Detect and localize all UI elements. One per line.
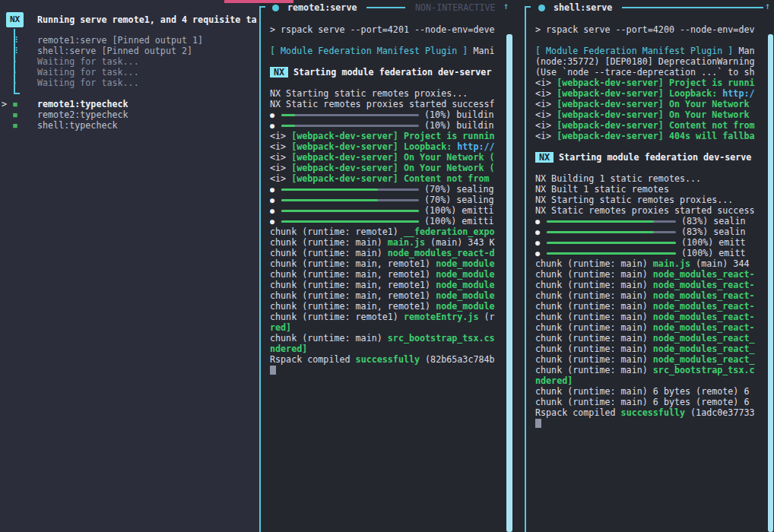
- terminal-text-segment: Man: [733, 46, 754, 56]
- terminal-line: [270, 365, 497, 375]
- terminal-text-segment: [webpack-dev-server] Loopback:: [557, 88, 722, 99]
- terminal-line: ●(10%) buildin: [270, 120, 497, 131]
- terminal-line: NXStarting module federation dev-serve: [535, 152, 766, 163]
- scroll-up-arrow-icon[interactable]: ↑: [765, 1, 770, 11]
- terminal-line: chunk (runtime: main) node_modules_react…: [535, 280, 766, 290]
- progress-bar-fill: [547, 220, 654, 223]
- terminal-text-segment: chunk (runtime: main): [535, 290, 653, 301]
- task-row[interactable]: ⠸shell:serve [Pinned output 2]: [0, 46, 259, 56]
- terminal-text-segment: node_module: [436, 269, 494, 280]
- terminal-line: NX Building 1 static remotes...: [535, 173, 766, 184]
- terminal-line: chunk (runtime: main) 6 bytes (remote) 6: [535, 397, 766, 407]
- terminal-cursor: [270, 366, 276, 375]
- terminal-text-segment: chunk (runtime: main) 6 bytes (remote) 6: [535, 397, 749, 407]
- terminal-line: <i> [webpack-dev-server] Project is runn…: [535, 78, 766, 88]
- dot-status-icon: ·: [9, 56, 21, 67]
- nx-logo-badge: NX: [6, 12, 24, 27]
- terminal-line: chunk (runtime: main) src_bootstrap_tsx.…: [270, 333, 497, 344]
- task-row[interactable]: >■remote1:typecheck: [0, 99, 259, 109]
- terminal-text-segment: node_modules_react-: [653, 290, 755, 301]
- progress-bullet-icon: ●: [270, 111, 274, 119]
- terminal-text-segment: node_modules_react-: [653, 322, 755, 333]
- non-interactive-label: NON-INTERACTIVE: [415, 2, 496, 13]
- terminal-text-segment: chunk (runtime: main, remote1): [270, 269, 436, 280]
- task-row[interactable]: ·Waiting for task...: [0, 56, 259, 67]
- terminal-text-segment: chunk (runtime: main) 6 bytes (remote) 6: [535, 386, 749, 397]
- progress-bullet-icon: ●: [535, 239, 540, 247]
- task-label: Waiting for task...: [37, 56, 139, 67]
- progress-label: (10%) buildin: [424, 109, 493, 120]
- terminal-text-segment: successfully: [621, 407, 685, 418]
- terminal-text-segment: [webpack-dev-server] On Your Network: [557, 109, 749, 120]
- terminal-text-segment: chunk (runtime: main, remote1): [270, 280, 436, 290]
- terminal-line: NX Static remotes proxies started succes…: [535, 205, 766, 216]
- terminal-line: chunk (runtime: main, remote1) node_modu…: [270, 269, 497, 280]
- task-label: shell:serve [Pinned output 2]: [37, 46, 192, 56]
- task-row[interactable]: ■shell:typecheck: [0, 120, 259, 131]
- terminal-line: NX Starting static remotes proxies...: [535, 195, 766, 205]
- terminal-text-segment: NX Built 1 static remotes: [535, 184, 669, 195]
- terminal-text-segment: red]: [270, 322, 291, 333]
- progress-label: (100%) emitti: [424, 205, 493, 216]
- spinner-status-icon: ⠸: [9, 46, 21, 56]
- terminal-line: ●(100%) emitt: [535, 237, 766, 248]
- terminal-text-segment: [webpack-dev-server] On Your Network (: [291, 152, 494, 163]
- terminal-line: <i> [webpack-dev-server] Loopback: http:…: [535, 88, 766, 99]
- task-row[interactable]: ·Waiting for task...: [0, 78, 259, 88]
- terminal-text-segment: chunk (runtime: main): [535, 333, 653, 344]
- progress-bullet-icon: ●: [270, 122, 274, 130]
- square-status-icon: ■: [9, 99, 21, 109]
- progress-label: (70%) sealing: [424, 195, 493, 205]
- nx-inline-badge: NX: [535, 152, 554, 163]
- terminal-line: chunk (runtime: main, remote1) node_modu…: [270, 290, 497, 301]
- scroll-up-arrow-icon[interactable]: ↑: [503, 1, 509, 11]
- terminal-text-segment: <i>: [535, 131, 557, 141]
- terminal-line: > rspack serve --port=4200 --node-env=de…: [535, 24, 766, 35]
- progress-label: (83%) sealin: [681, 216, 745, 226]
- terminal-line: chunk (runtime: remote1) __federation_ex…: [270, 226, 497, 237]
- terminal-text-segment: (1adc0e37733: [685, 407, 754, 418]
- task-row[interactable]: ⠸remote1:serve [Pinned output 1]: [0, 35, 259, 46]
- terminal-line: <i> [webpack-dev-server] On Your Network…: [270, 163, 497, 173]
- terminal-line: chunk (runtime: remote1) remoteEntry.js …: [270, 312, 497, 322]
- terminal-line: chunk (runtime: main) node_modules_react…: [270, 248, 497, 258]
- terminal-line: <i> [webpack-dev-server] Content not fro…: [270, 173, 497, 184]
- terminal-text-segment: successfully: [356, 354, 420, 365]
- progress-label: (100%) emitt: [681, 248, 745, 258]
- terminal-text-segment: http:/: [722, 88, 754, 99]
- pane-title-shell-serve[interactable]: shell:serve: [554, 2, 612, 13]
- terminal-text-segment: <i>: [535, 109, 557, 120]
- terminal-text-segment: [ Module Federation Manifest Plugin ]: [535, 46, 733, 56]
- terminal-text-segment: node_module: [436, 290, 494, 301]
- terminal-text-segment: node_modules_react-: [653, 301, 755, 312]
- dot-status-icon: ·: [9, 78, 21, 88]
- progress-bar-fill: [547, 242, 676, 244]
- pane-title-remote1-serve[interactable]: remote1:serve: [287, 2, 357, 13]
- terminal-line: chunk (runtime: main) node_modules_react…: [535, 354, 766, 365]
- terminal-line: red]: [270, 322, 497, 333]
- scrollbar-thumb[interactable]: [768, 34, 773, 532]
- task-list-title: Running serve remote1, and 4 requisite t…: [37, 14, 257, 25]
- terminal-line: [270, 56, 497, 67]
- terminal-line: NX Built 1 static remotes: [535, 184, 766, 195]
- terminal-text-segment: <i>: [270, 131, 291, 141]
- terminal-line: NX Static remotes proxies started succes…: [270, 99, 497, 109]
- terminal-line: ●(70%) sealing: [270, 195, 497, 205]
- terminal-text-segment: [webpack-dev-server] On Your Network (: [291, 163, 494, 173]
- terminal-text-segment: chunk (runtime: main): [535, 365, 653, 375]
- terminal-line: chunk (runtime: main) 6 bytes (remote) 6: [535, 386, 766, 397]
- terminal-text-segment: [ Module Federation Manifest Plugin ]: [270, 46, 468, 56]
- progress-bullet-icon: ●: [535, 249, 540, 258]
- pink-accent-bar: [224, 0, 293, 3]
- task-row[interactable]: ·Waiting for task...: [0, 67, 259, 78]
- terminal-text-segment: node_modules_react-: [653, 280, 755, 290]
- scrollbar-thumb[interactable]: [506, 34, 512, 532]
- terminal-text-segment: node_modules_react-: [653, 269, 755, 280]
- progress-bullet-icon: ●: [535, 228, 540, 236]
- pane-border: [259, 6, 265, 532]
- terminal-text-segment: node_module: [436, 280, 494, 290]
- terminal-text-segment: NX Building 1 static remotes...: [535, 173, 701, 184]
- task-row[interactable]: ■remote2:typecheck: [0, 109, 259, 120]
- task-list: ⠸remote1:serve [Pinned output 1]⠸shell:s…: [0, 35, 259, 131]
- terminal-text-segment: chunk (runtime: remote1): [270, 226, 404, 237]
